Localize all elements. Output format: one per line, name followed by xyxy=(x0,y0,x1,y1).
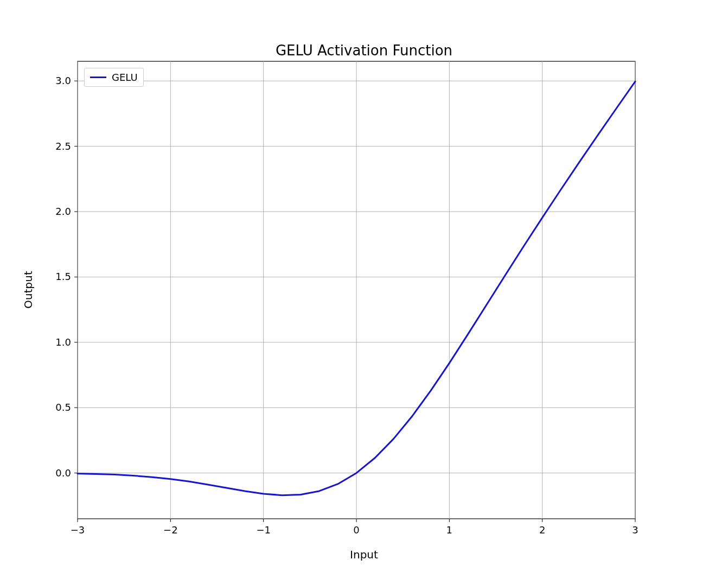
chart-svg xyxy=(0,0,728,579)
x-tick-label: 1 xyxy=(433,524,465,536)
y-tick-label: 0.0 xyxy=(55,467,71,479)
x-ticks xyxy=(78,519,635,522)
x-tick-label: 0 xyxy=(340,524,373,536)
y-tick-label: 2.0 xyxy=(55,206,71,217)
y-tick-label: 1.0 xyxy=(55,336,71,348)
y-tick-label: 3.0 xyxy=(55,75,71,86)
chart-figure: GELU Activation Function Output Input −3… xyxy=(0,0,728,579)
x-tick-label: −2 xyxy=(154,524,187,536)
x-tick-label: −3 xyxy=(61,524,94,536)
x-tick-label: 3 xyxy=(619,524,652,536)
y-tick-label: 1.5 xyxy=(55,271,71,282)
x-tick-label: 2 xyxy=(526,524,559,536)
y-tick-label: 2.5 xyxy=(55,141,71,152)
y-ticks xyxy=(74,81,78,473)
y-tick-label: 0.5 xyxy=(55,402,71,413)
gridlines-vertical xyxy=(78,61,635,519)
legend-swatch xyxy=(90,77,106,78)
x-tick-label: −1 xyxy=(247,524,280,536)
legend-label: GELU xyxy=(112,72,138,83)
legend: GELU xyxy=(84,68,144,87)
